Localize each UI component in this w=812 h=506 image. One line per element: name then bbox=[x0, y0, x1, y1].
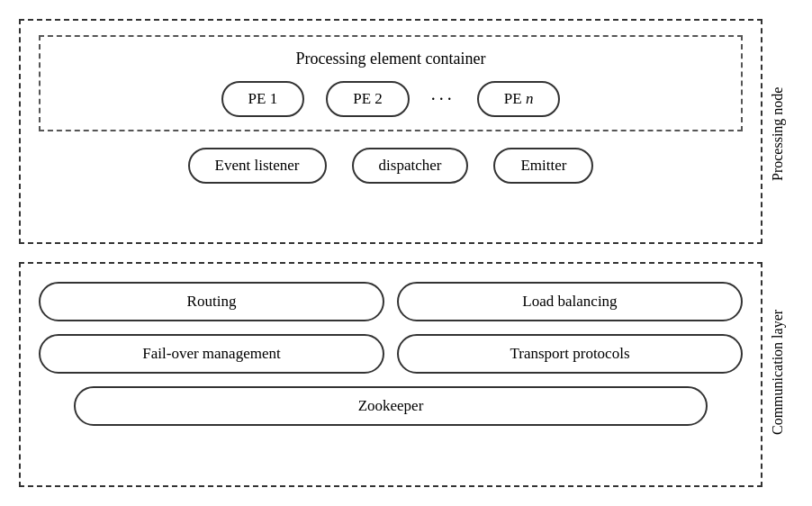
pe1-pill: PE 1 bbox=[221, 81, 305, 117]
comm-grid: Routing Load balancing Fail-over managem… bbox=[39, 282, 743, 374]
communication-layer-section: Routing Load balancing Fail-over managem… bbox=[19, 262, 762, 487]
load-balancing-label: Load balancing bbox=[522, 293, 617, 311]
container-label: Processing element container bbox=[55, 50, 726, 68]
routing-pill: Routing bbox=[39, 282, 384, 321]
dispatcher-label: dispatcher bbox=[379, 157, 442, 175]
communication-layer-side-label: Communication layer bbox=[762, 258, 793, 487]
emitter-pill: Emitter bbox=[493, 148, 593, 184]
processing-element-container: Processing element container PE 1 PE 2 ·… bbox=[39, 35, 743, 131]
bottom-components-row: Event listener dispatcher Emitter bbox=[39, 148, 743, 184]
dots: ··· bbox=[431, 89, 456, 110]
load-balancing-pill: Load balancing bbox=[397, 282, 743, 321]
pe1-label: PE 1 bbox=[248, 90, 278, 108]
pe2-pill: PE 2 bbox=[326, 81, 410, 117]
failover-pill: Fail-over management bbox=[39, 334, 384, 374]
transport-pill: Transport protocols bbox=[397, 334, 743, 374]
processing-node-side-label: Processing node bbox=[762, 19, 793, 248]
pen-pill: PE n bbox=[477, 81, 561, 117]
zookeeper-pill: Zookeeper bbox=[74, 386, 708, 426]
event-listener-label: Event listener bbox=[215, 157, 300, 175]
failover-label: Fail-over management bbox=[142, 345, 280, 363]
pe2-label: PE 2 bbox=[353, 90, 383, 108]
side-labels: Processing node Communication layer bbox=[762, 19, 793, 487]
pen-label: PE n bbox=[504, 90, 534, 108]
diagram-wrapper: Processing element container PE 1 PE 2 ·… bbox=[19, 19, 793, 487]
zookeeper-label: Zookeeper bbox=[358, 397, 424, 415]
sections-container: Processing element container PE 1 PE 2 ·… bbox=[19, 19, 762, 487]
routing-label: Routing bbox=[187, 293, 237, 311]
emitter-label: Emitter bbox=[520, 157, 566, 175]
pe-row: PE 1 PE 2 ··· PE n bbox=[55, 81, 726, 117]
zookeeper-row: Zookeeper bbox=[39, 386, 743, 426]
event-listener-pill: Event listener bbox=[188, 148, 327, 184]
processing-node-section: Processing element container PE 1 PE 2 ·… bbox=[19, 19, 762, 244]
transport-label: Transport protocols bbox=[510, 345, 629, 363]
dispatcher-pill: dispatcher bbox=[352, 148, 469, 184]
